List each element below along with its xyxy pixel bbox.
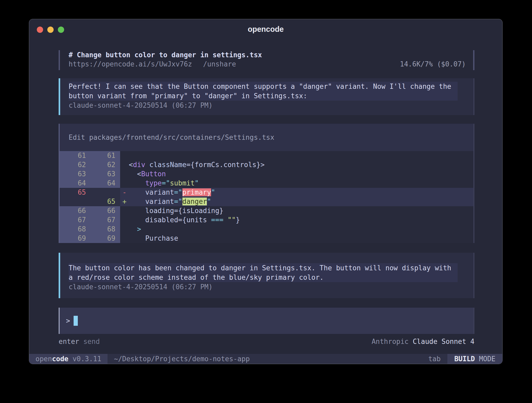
line-number-gutter: 65 (60, 188, 120, 197)
diff-marker: + (120, 197, 129, 206)
code-line: loading={isLoading} (129, 206, 473, 215)
code-line: variant="primary" (129, 188, 473, 197)
diff-table: 61616262<div className={formCs.controls}… (60, 151, 473, 243)
mode-chip[interactable]: BUILD MODE (447, 354, 502, 364)
diff-row: 6464 type="submit" (60, 179, 473, 188)
unshare-command[interactable]: /unshare (203, 60, 236, 69)
prompt-input[interactable]: > (59, 308, 474, 334)
line-number-gutter: 6969 (60, 234, 120, 243)
diff-row: 6868 > (60, 225, 473, 234)
tab-key-hint: tab (428, 355, 441, 363)
diff-row: 6363 <Button (60, 169, 473, 179)
prompt-symbol: > (66, 317, 70, 325)
line-number-gutter: 6464 (60, 179, 120, 188)
titlebar: opencode (29, 19, 502, 36)
diff-marker (120, 215, 129, 225)
assistant-message: The button color has been changed to dan… (59, 253, 474, 298)
text-cursor (74, 316, 78, 326)
line-number-gutter: 6868 (60, 225, 120, 234)
diff-marker (120, 179, 129, 188)
diff-row: 6666 loading={isLoading} (60, 206, 473, 215)
code-line: Purchase (129, 234, 473, 243)
status-bar: opencode v0.3.11 ~/Desktop/Projects/demo… (29, 354, 502, 364)
edit-tool-header: Edit packages/frontend/src/containers/Se… (60, 124, 473, 151)
session-header: # Change button color to danger in setti… (59, 50, 474, 70)
code-line: <div className={formCs.controls}> (129, 160, 473, 169)
model-name: Claude Sonnet 4 (413, 338, 474, 345)
line-number-gutter: 6666 (60, 206, 120, 215)
code-line (129, 151, 473, 160)
assistant-message-text: Perfect! I can see that the Button compo… (69, 82, 458, 101)
line-number-gutter: 6262 (60, 160, 120, 169)
mode-name: BUILD (454, 355, 475, 363)
line-number-gutter: 6161 (60, 151, 120, 160)
diff-row: 6262<div className={formCs.controls}> (60, 160, 473, 169)
assistant-message-text: The button color has been changed to dan… (69, 263, 458, 282)
brand-open: open (35, 355, 52, 363)
brand-code: code (52, 355, 69, 363)
code-line: type="submit" (129, 179, 473, 188)
code-line: disabled={units === ""} (129, 215, 473, 225)
line-number-gutter: 65 (60, 197, 120, 206)
send-action-hint: send (79, 338, 100, 345)
line-number-gutter: 6767 (60, 215, 120, 225)
diff-row: 65- variant="primary" (60, 188, 473, 197)
share-url: https://opencode.ai/s/UwJxv76z (69, 60, 192, 69)
diff-marker (120, 206, 129, 215)
send-hint: enter send (59, 337, 100, 346)
diff-marker (120, 234, 129, 243)
spacer (236, 60, 400, 69)
diff-marker: - (120, 188, 129, 197)
diff-row: 6969 Purchase (60, 234, 473, 243)
window-title: opencode (29, 25, 502, 34)
line-number-gutter: 6363 (60, 169, 120, 179)
diff-marker (120, 169, 129, 179)
assistant-message-meta: claude-sonnet-4-20250514 (06:27 PM) (69, 282, 463, 292)
code-line: <Button (129, 169, 473, 179)
diff-row: 6767 disabled={units === ""} (60, 215, 473, 225)
terminal-content: # Change button color to danger in setti… (59, 50, 474, 346)
token-usage: 14.6K/7% ($0.07) (400, 60, 466, 69)
opencode-window: opencode # Change button color to danger… (29, 19, 503, 364)
enter-key-hint: enter (59, 338, 79, 345)
diff-row: 6161 (60, 151, 473, 160)
diff-marker (120, 151, 129, 160)
working-directory: ~/Desktop/Projects/demo-notes-app (114, 355, 250, 363)
code-line: > (129, 225, 473, 234)
provider-name: Anthropic (372, 338, 413, 345)
code-line: variant="danger" (129, 197, 473, 206)
session-subheader: https://opencode.ai/s/UwJxv76z /unshare … (69, 60, 466, 69)
assistant-message: Perfect! I can see that the Button compo… (59, 78, 474, 115)
diff-marker (120, 225, 129, 234)
app-version: v0.3.11 (68, 355, 101, 363)
app-version-chip: opencode v0.3.11 (29, 354, 108, 364)
model-indicator: Anthropic Claude Sonnet 4 (372, 337, 474, 346)
mode-label: MODE (475, 355, 495, 363)
session-title: # Change button color to danger in setti… (69, 50, 466, 60)
diff-marker (120, 160, 129, 169)
assistant-message-meta: claude-sonnet-4-20250514 (06:27 PM) (69, 101, 463, 110)
edit-tool-block: Edit packages/frontend/src/containers/Se… (59, 124, 474, 243)
diff-row: 65+ variant="danger" (60, 197, 473, 206)
hint-row: enter send Anthropic Claude Sonnet 4 (59, 337, 474, 346)
